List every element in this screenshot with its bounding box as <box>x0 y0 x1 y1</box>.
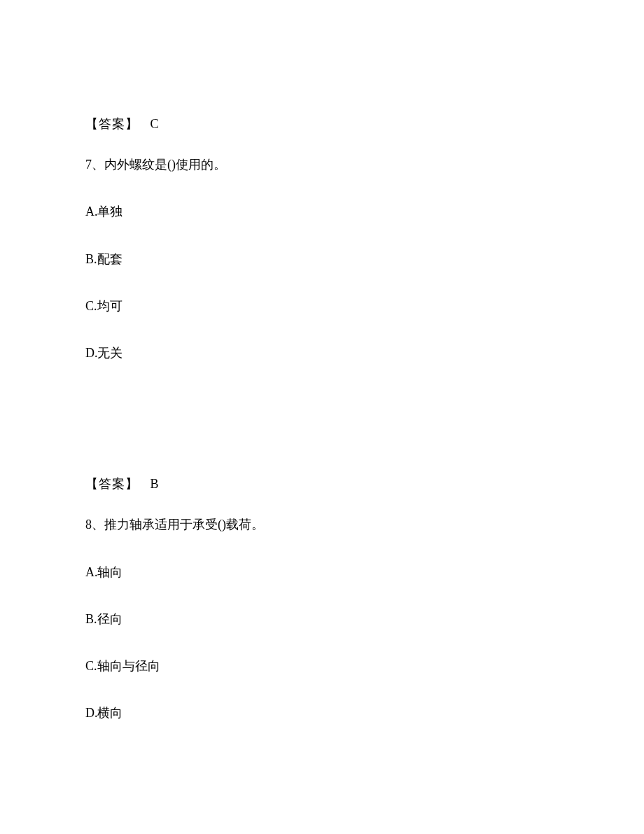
option-7d: D.无关 <box>85 345 561 362</box>
answer-label: 【答案】 <box>85 117 139 131</box>
question-8: 8、推力轴承适用于承受()载荷。 <box>85 516 561 534</box>
option-7c: C.均可 <box>85 298 561 315</box>
question-7: 7、内外螺纹是()使用的。 <box>85 156 561 174</box>
question-number: 8、 <box>85 517 104 531</box>
question-text: 推力轴承适用于承受()载荷。 <box>104 517 264 531</box>
question-text: 内外螺纹是()使用的。 <box>104 158 226 172</box>
option-8a: A.轴向 <box>85 564 561 581</box>
option-8c: C.轴向与径向 <box>85 658 561 675</box>
answer-label: 【答案】 <box>85 477 139 491</box>
option-8d: D.横向 <box>85 704 561 722</box>
option-8b: B.径向 <box>85 611 561 628</box>
option-7a: A.单独 <box>85 203 561 221</box>
answer-block-7: 【答案】 B <box>85 475 561 493</box>
option-7b: B.配套 <box>85 251 561 268</box>
question-number: 7、 <box>85 158 104 172</box>
answer-value: C <box>150 117 159 131</box>
answer-block-prev: 【答案】 C <box>85 116 561 133</box>
spacer <box>85 391 561 475</box>
answer-value: B <box>150 477 159 491</box>
document-content: 【答案】 C 7、内外螺纹是()使用的。 A.单独 B.配套 C.均可 D.无关… <box>85 116 561 751</box>
